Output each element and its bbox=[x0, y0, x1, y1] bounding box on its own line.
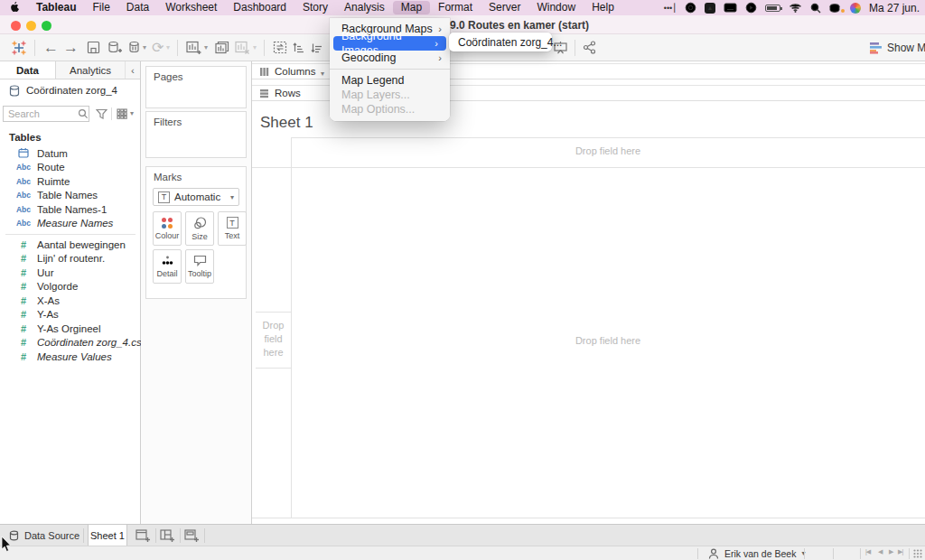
last-sheet-button[interactable]: ▶| bbox=[898, 548, 902, 555]
field-table-names-1[interactable]: AbcTable Names-1 bbox=[0, 202, 140, 217]
detail-button[interactable]: Detail bbox=[153, 249, 182, 284]
run-update-caret[interactable]: ▾ bbox=[166, 34, 170, 61]
field-x-as[interactable]: #X-As bbox=[0, 294, 140, 308]
tab-data[interactable]: Data bbox=[0, 61, 56, 79]
wifi-icon[interactable] bbox=[789, 3, 802, 13]
background-images-submenu-item[interactable]: Coördinaten zorg_4... bbox=[449, 33, 552, 51]
clear-sheet-button[interactable] bbox=[235, 34, 249, 61]
pages-shelf[interactable]: Pages bbox=[145, 66, 247, 108]
record-menu-icon[interactable] bbox=[685, 2, 696, 14]
drop-zone-rows[interactable]: Drop field here bbox=[256, 319, 291, 359]
pause-auto-updates-caret[interactable]: ▾ bbox=[143, 34, 146, 61]
minimize-window-button[interactable] bbox=[26, 21, 36, 31]
run-update-button[interactable]: ⟳ bbox=[152, 34, 164, 61]
menubar-item-map[interactable]: Map bbox=[393, 1, 430, 14]
menubar-item-analysis[interactable]: Analysis bbox=[336, 1, 393, 14]
menubar-item-server[interactable]: Server bbox=[481, 1, 528, 14]
first-sheet-button[interactable]: |◀ bbox=[865, 548, 870, 555]
menubar-item-format[interactable]: Format bbox=[430, 1, 481, 14]
sheet-sorter-icon[interactable] bbox=[913, 549, 922, 558]
data-source-tab[interactable]: Data Source bbox=[9, 525, 79, 546]
new-dashboard-tab-button[interactable] bbox=[160, 528, 175, 544]
keyboard-menu-icon[interactable] bbox=[724, 3, 737, 13]
filter-fields-icon[interactable] bbox=[96, 108, 107, 119]
undo-button[interactable]: ← bbox=[43, 34, 59, 61]
control-strip-icon[interactable]: •••⎮ bbox=[664, 4, 677, 13]
field-aantal-bewegingen[interactable]: #Aantal bewegingen bbox=[0, 238, 140, 252]
field-measure-values[interactable]: #Measure Values bbox=[0, 350, 140, 364]
previous-sheet-button[interactable]: ◀ bbox=[878, 548, 882, 555]
pause-auto-updates-button[interactable] bbox=[128, 34, 140, 61]
menubar-item-window[interactable]: Window bbox=[528, 1, 584, 14]
field-route[interactable]: AbcRoute bbox=[0, 161, 140, 175]
menu-item-background-images[interactable]: Background Images › bbox=[333, 36, 446, 51]
field-measure-names[interactable]: AbcMeasure Names bbox=[0, 217, 140, 231]
zoom-window-button[interactable] bbox=[42, 21, 51, 31]
menubar-item-tableau[interactable]: Tableau bbox=[28, 1, 84, 14]
time-machine-icon[interactable] bbox=[829, 3, 842, 14]
spotlight-search-icon[interactable] bbox=[810, 3, 821, 14]
apple-menu-icon[interactable] bbox=[0, 2, 28, 14]
string-field-icon: Abc bbox=[14, 219, 33, 228]
field-ruimte[interactable]: AbcRuimte bbox=[0, 174, 140, 189]
redo-button[interactable]: → bbox=[63, 34, 79, 61]
show-me-button[interactable]: Show Me bbox=[869, 34, 925, 61]
detail-icon bbox=[161, 255, 174, 266]
plot-bottom-line bbox=[252, 518, 925, 518]
field-y-as-orgineel[interactable]: #Y-As Orgineel bbox=[0, 322, 140, 336]
field-datum[interactable]: Datum bbox=[0, 146, 140, 161]
tab-analytics[interactable]: Analytics bbox=[56, 61, 126, 79]
collapse-pane-button[interactable]: ‹ bbox=[126, 61, 140, 79]
columns-caret[interactable]: ▾ bbox=[321, 70, 324, 78]
menubar-item-help[interactable]: Help bbox=[584, 1, 622, 14]
new-data-source-button[interactable] bbox=[107, 34, 122, 61]
clear-sheet-caret[interactable]: ▾ bbox=[253, 34, 257, 61]
battery-icon[interactable] bbox=[765, 5, 780, 12]
menubar-item-file[interactable]: File bbox=[84, 1, 117, 14]
row-strip-top-line bbox=[256, 312, 291, 313]
close-window-button[interactable] bbox=[11, 21, 21, 31]
view-options-caret[interactable]: ▾ bbox=[130, 109, 134, 117]
field-coordinaten-csv[interactable]: #Coördinaten zorg_4.csv (... bbox=[0, 336, 140, 350]
menubar-item-data[interactable]: Data bbox=[118, 1, 157, 14]
drop-zone-body[interactable]: Drop field here bbox=[291, 335, 925, 346]
field-table-names[interactable]: AbcTable Names bbox=[0, 189, 140, 203]
user-switcher-icon[interactable] bbox=[850, 3, 861, 14]
menubar-item-story[interactable]: Story bbox=[294, 1, 336, 14]
field-y-as[interactable]: #Y-As bbox=[0, 308, 140, 322]
menu-item-map-legend[interactable]: Map Legend bbox=[330, 73, 450, 88]
datasource-item[interactable]: Coördinaten zorg_4 bbox=[0, 79, 140, 101]
field-volgorde[interactable]: #Volgorde bbox=[0, 280, 140, 294]
sheet-1-tab[interactable]: Sheet 1 bbox=[88, 525, 127, 546]
new-story-tab-button[interactable] bbox=[184, 528, 200, 544]
new-worksheet-tab-button[interactable] bbox=[135, 528, 151, 544]
menubar-item-worksheet[interactable]: Worksheet bbox=[157, 1, 225, 14]
colour-button[interactable]: Colour bbox=[153, 211, 182, 246]
drop-zone-columns[interactable]: Drop field here bbox=[291, 145, 925, 156]
menubar-clock[interactable]: Ma 27 jun. bbox=[869, 2, 920, 14]
filters-shelf[interactable]: Filters bbox=[145, 111, 247, 158]
view-options-icon[interactable] bbox=[117, 108, 127, 119]
text-button[interactable]: T Text bbox=[218, 211, 247, 246]
toolbar-divider bbox=[34, 40, 35, 56]
play-menu-icon[interactable] bbox=[745, 2, 757, 14]
field-uur[interactable]: #Uur bbox=[0, 266, 140, 280]
user-menu[interactable]: Erik van de Beek ▾ bbox=[708, 546, 805, 560]
new-worksheet-caret[interactable]: ▾ bbox=[204, 34, 208, 61]
size-button[interactable]: Size bbox=[185, 211, 214, 246]
new-worksheet-button[interactable] bbox=[186, 34, 201, 61]
sort-descending-button[interactable] bbox=[311, 34, 324, 61]
duplicate-sheet-button[interactable] bbox=[215, 34, 229, 61]
tooltip-button[interactable]: Tooltip bbox=[185, 249, 214, 284]
sort-ascending-button[interactable] bbox=[293, 34, 306, 61]
field-lijn-of-routenr[interactable]: #Lijn' of routenr. bbox=[0, 252, 140, 266]
menubar-item-dashboard[interactable]: Dashboard bbox=[225, 1, 294, 14]
share-workbook-button[interactable] bbox=[583, 34, 596, 61]
swap-axes-button[interactable] bbox=[273, 34, 287, 61]
app-menu-icon[interactable]: ▲ bbox=[705, 3, 715, 14]
tableau-logo-icon[interactable] bbox=[11, 34, 27, 61]
save-button[interactable] bbox=[87, 34, 100, 61]
search-input[interactable] bbox=[3, 106, 89, 122]
mark-type-dropdown[interactable]: T Automatic ▾ bbox=[153, 188, 239, 206]
next-sheet-button[interactable]: ▶ bbox=[889, 548, 892, 555]
